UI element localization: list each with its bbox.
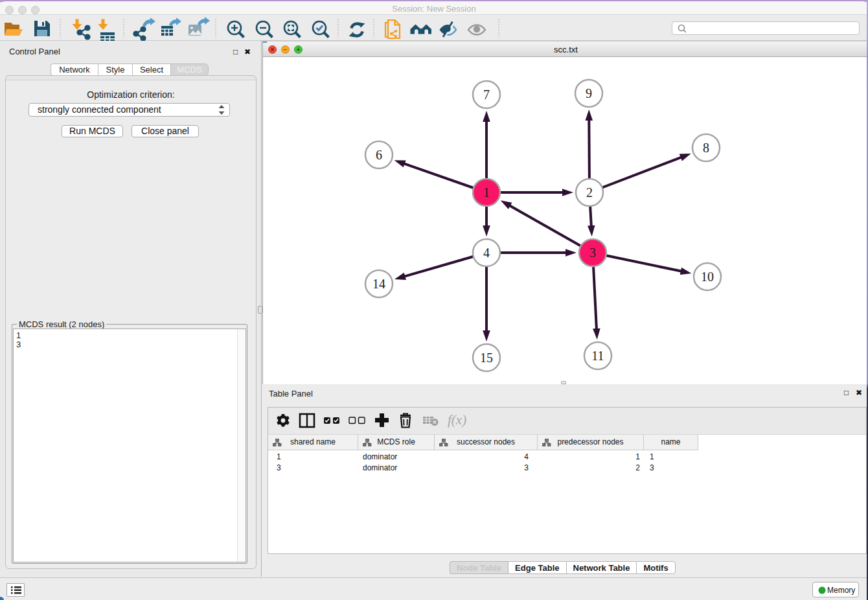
svg-text:6: 6 [376,148,382,162]
svg-text:9: 9 [586,86,592,100]
svg-text:8: 8 [703,141,709,155]
svg-text:f(x): f(x) [448,412,466,428]
svg-text:2: 2 [586,185,593,200]
svg-text:15: 15 [480,351,493,365]
svg-text:11: 11 [591,349,604,363]
svg-text:1: 1 [483,185,490,200]
svg-text:4: 4 [483,246,490,260]
svg-text:7: 7 [483,87,490,102]
svg-text:10: 10 [701,270,714,284]
svg-text:14: 14 [372,277,385,291]
svg-text:3: 3 [589,246,596,260]
